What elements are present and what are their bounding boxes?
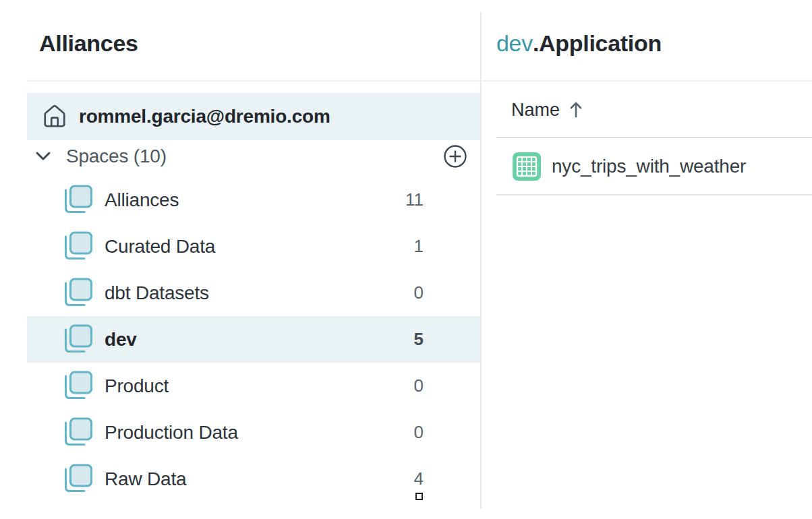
space-item-label: Curated Data [105, 236, 215, 257]
dataset-table-icon [513, 152, 541, 181]
space-item-dbt-datasets[interactable]: dbt Datasets 0 [27, 270, 481, 316]
space-item-raw-data[interactable]: Raw Data 4 [27, 456, 481, 502]
space-item-label: Alliances [105, 189, 179, 211]
add-space-button[interactable] [443, 144, 467, 169]
home-space-row[interactable]: rommel.garcia@dremio.com [27, 93, 481, 140]
space-item-curated-data[interactable]: Curated Data 1 [27, 223, 481, 270]
space-icon [64, 464, 92, 495]
space-item-label: dev [105, 329, 137, 350]
home-space-label: rommel.garcia@dremio.com [79, 106, 330, 127]
space-item-label: Raw Data [105, 468, 186, 490]
breadcrumb-current: Application [539, 30, 662, 56]
dataset-name: nyc_trips_with_weather [552, 156, 746, 177]
space-item-label: Production Data [105, 422, 238, 444]
sort-ascending-icon [569, 100, 583, 119]
space-icon [64, 371, 92, 402]
space-item-label: dbt Datasets [105, 282, 209, 304]
space-icon [64, 185, 92, 216]
name-column-label: Name [511, 100, 560, 121]
left-panel-title: Alliances [39, 28, 138, 58]
space-icon [64, 324, 92, 355]
home-icon [42, 102, 67, 131]
space-item-dev[interactable]: dev 5 [27, 316, 481, 363]
space-item-count: 0 [414, 363, 424, 409]
space-item-count: 0 [414, 270, 424, 316]
spaces-section-header[interactable]: Spaces (10) [27, 140, 481, 173]
space-item-production-data[interactable]: Production Data 0 [27, 409, 481, 456]
space-item-alliances[interactable]: Alliances 11 [27, 177, 481, 223]
left-header-divider [27, 80, 480, 82]
chevron-down-icon[interactable] [35, 151, 51, 162]
cursor-artifact-square [415, 493, 423, 500]
space-icon [64, 278, 92, 309]
panel-divider [480, 12, 482, 509]
spaces-section-label: Spaces (10) [66, 146, 167, 167]
space-item-count: 1 [414, 223, 424, 270]
table-row-divider [496, 194, 812, 195]
space-item-product[interactable]: Product 0 [27, 363, 481, 409]
space-icon [64, 231, 92, 262]
space-icon [64, 417, 92, 448]
space-item-count: 0 [414, 409, 424, 456]
space-item-count: 11 [405, 177, 424, 223]
space-item-label: Product [105, 375, 169, 397]
breadcrumb: dev.Application [496, 28, 662, 58]
right-header-divider [481, 80, 812, 82]
name-column-header[interactable]: Name [511, 98, 583, 121]
breadcrumb-space-link[interactable]: dev [496, 30, 533, 56]
space-item-count: 5 [414, 316, 424, 363]
dataset-row-nyc-trips-with-weather[interactable]: nyc_trips_with_weather [496, 138, 812, 195]
breadcrumb-separator: . [533, 30, 539, 56]
